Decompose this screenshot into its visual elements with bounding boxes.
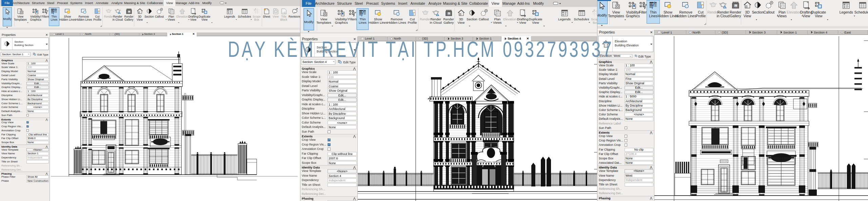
svg-text:DẠY KÈM REVIT TẠI TP.HCM 09327: DẠY KÈM REVIT TẠI TP.HCM 0932793937 bbox=[228, 37, 614, 62]
